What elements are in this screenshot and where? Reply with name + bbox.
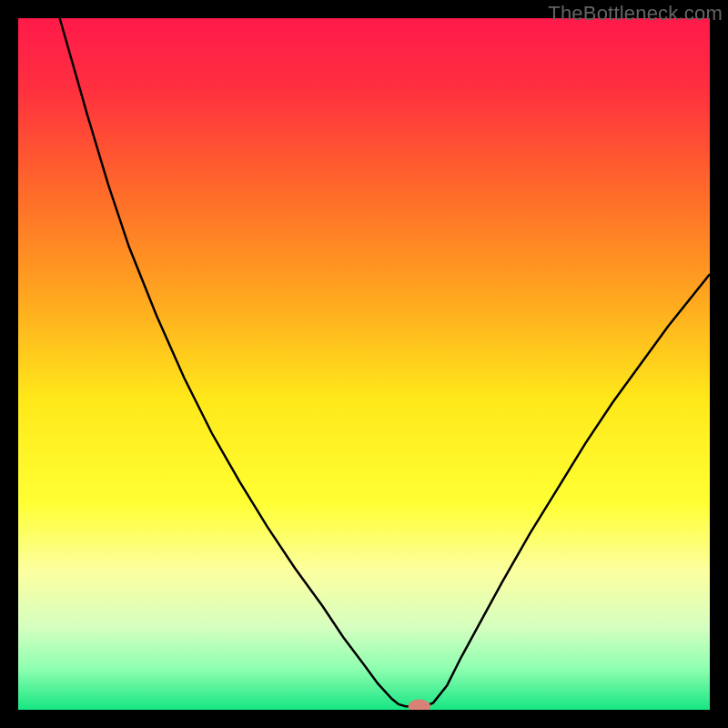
chart-frame: TheBottleneck.com (0, 0, 728, 728)
plot-background (18, 18, 710, 710)
watermark-text: TheBottleneck.com (548, 2, 723, 25)
bottleneck-chart (18, 18, 710, 710)
